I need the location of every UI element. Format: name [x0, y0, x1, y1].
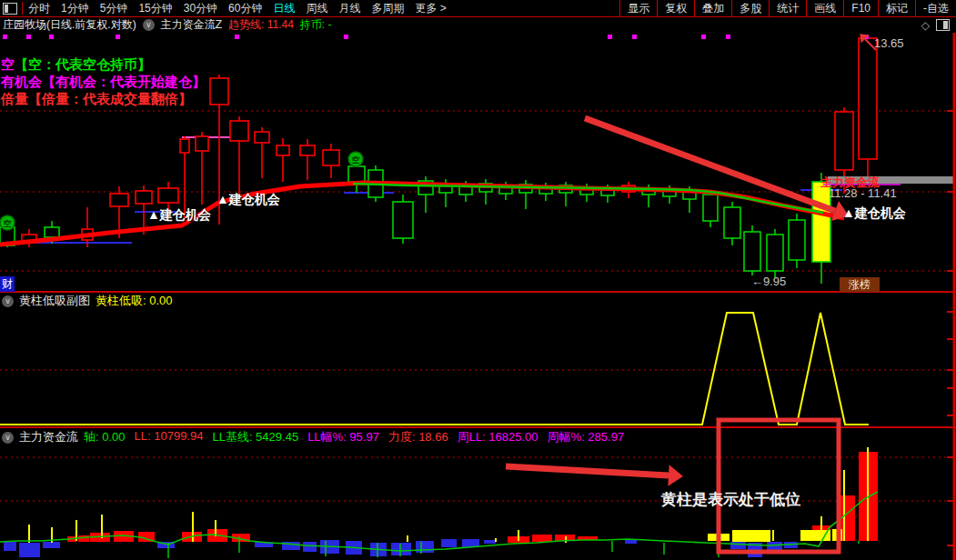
candle-body [724, 207, 740, 238]
top-menu-item[interactable]: 5分钟 [95, 1, 134, 16]
window-icon[interactable] [936, 19, 950, 31]
top-menu-item[interactable]: 叠加 [694, 0, 731, 16]
candle-body [767, 235, 783, 271]
top-menu-item[interactable]: 周线 [300, 1, 333, 16]
candle-body [136, 191, 152, 204]
toolbar-right-menu: 显示复权叠加多股统计画线F10标记-自选 [619, 0, 956, 16]
top-menu-item[interactable]: 显示 [619, 0, 657, 16]
candle-body [300, 145, 315, 155]
panel3-header: 主力资金流 轴: 0.00LL: 10799.94LL基线: 5429.45LL… [2, 429, 628, 445]
top-menu-item[interactable]: 15分钟 [133, 1, 177, 16]
candle-body [255, 132, 269, 143]
candle-body [348, 166, 365, 182]
collapse-icon[interactable] [2, 432, 14, 444]
outflow-bar [391, 543, 411, 555]
limit-up-badge[interactable]: 涨榜 [840, 277, 880, 292]
candle-body [744, 232, 760, 271]
candle-body [323, 150, 339, 165]
signal-dot [3, 35, 7, 39]
signal-dot [608, 35, 612, 39]
panel2-value: 黄柱低吸: 0.00 [96, 293, 173, 309]
left-tag-badge[interactable]: 财 [0, 276, 15, 292]
top-menu-item[interactable]: 30分钟 [178, 1, 223, 16]
top-menu-item[interactable]: -自选 [915, 0, 956, 16]
signal-dot [701, 35, 706, 39]
top-menu-item[interactable]: 1分钟 [55, 1, 95, 16]
outflow-bar [43, 542, 60, 548]
collapse-icon[interactable] [143, 19, 155, 31]
panel3-title[interactable]: 主力资金流 [19, 429, 78, 445]
outflow-bar [730, 542, 746, 549]
candle-body [210, 78, 228, 105]
top-menu-item[interactable]: F10 [843, 0, 878, 16]
panel2-title: 黄柱低吸副图 [19, 293, 90, 309]
signal-dot [235, 35, 239, 39]
candle-body [835, 112, 853, 170]
diamond-icon[interactable]: ◇ [921, 19, 930, 32]
inflow-bar [532, 535, 552, 542]
toolbar-left-menu: 分时1分钟5分钟15分钟30分钟60分钟日线周线月线多周期更多 > [23, 1, 452, 16]
signal-dot [344, 35, 348, 39]
top-menu-item[interactable]: 更多 > [409, 1, 451, 16]
low-position-bar [800, 530, 830, 541]
top-menu-item[interactable]: 画线 [806, 0, 843, 16]
signal-dot [26, 35, 31, 39]
indicator-field: LL: 10799.94 [135, 429, 204, 445]
signal-dot [116, 35, 120, 39]
low-position-bar [732, 530, 770, 542]
candle-body [45, 227, 59, 237]
annotation-arrow-bottom [506, 466, 669, 475]
top-menu-item[interactable]: 标记 [878, 0, 915, 16]
indicator-field: 周幅%: 285.97 [548, 429, 625, 445]
candle-body [789, 220, 805, 260]
outflow-bar [484, 540, 496, 544]
signal-dot [49, 35, 54, 39]
top-menu-item[interactable]: 分时 [23, 1, 55, 16]
outflow-bar [416, 541, 434, 553]
indicator-field: LL幅%: 95.97 [307, 429, 379, 445]
stock-title: 庄园牧场(日线.前复权.对数) [3, 17, 136, 33]
top-menu-item[interactable]: 统计 [769, 0, 806, 16]
indicator-field: 周LL: 16825.00 [458, 429, 538, 445]
indicator-name[interactable]: 主力资金流Z [161, 17, 222, 33]
candle-body [703, 195, 718, 221]
yellow-indicator-line [0, 313, 869, 425]
candle-body [230, 121, 248, 141]
indicator-field: LL基线: 5429.45 [212, 429, 298, 445]
outflow-bar [303, 542, 317, 552]
info-bar: 庄园牧场(日线.前复权.对数) 主力资金流Z 趋势线: 11.44 持币: - … [3, 17, 953, 33]
candle-body [110, 194, 128, 206]
panel2-header: 黄柱低吸副图 黄柱低吸: 0.00 [2, 293, 173, 309]
outflow-bar [4, 542, 16, 551]
top-menu-item[interactable]: 日线 [267, 1, 300, 16]
outflow-bar [625, 540, 637, 544]
top-menu-item[interactable]: 多股 [731, 0, 769, 16]
candle-body [859, 38, 877, 159]
kong-icon-glyph: 空 [4, 219, 12, 228]
signal-dot [632, 35, 637, 39]
outflow-bar [441, 539, 457, 547]
candle-body [180, 139, 189, 153]
top-menu-item[interactable]: 复权 [657, 0, 694, 16]
indicator-field: 轴: 0.00 [84, 429, 126, 445]
trend-value: 趋势线: 11.44 [228, 17, 294, 33]
kong-icon-glyph: 空 [352, 155, 360, 165]
candle-body [158, 188, 178, 203]
signal-dot [726, 35, 730, 39]
candle-body [393, 202, 413, 238]
candle-body [812, 182, 830, 262]
top-menu-item[interactable]: 月线 [333, 1, 366, 16]
candle-body [196, 136, 208, 151]
layout-icon[interactable] [3, 3, 17, 15]
top-menu-item[interactable]: 多周期 [366, 1, 409, 16]
toolbar: 分时1分钟5分钟15分钟30分钟60分钟日线周线月线多周期更多 > 显示复权叠加… [0, 0, 956, 17]
price-range-bar [828, 176, 953, 184]
top-menu-item[interactable]: 60分钟 [223, 1, 267, 16]
hold-value: 持币: - [300, 17, 332, 33]
collapse-icon[interactable] [2, 295, 14, 307]
chart-canvas[interactable]: 空空 [0, 0, 956, 560]
candle-body [277, 145, 289, 155]
annotation-arrow-bottom-head [668, 465, 683, 485]
app-window: 空空 分时1分钟5分钟15分钟30分钟60分钟日线周线月线多周期更多 > 显示复… [0, 0, 956, 560]
panel3-fields: 轴: 0.00LL: 10799.94LL基线: 5429.45LL幅%: 95… [84, 429, 628, 445]
